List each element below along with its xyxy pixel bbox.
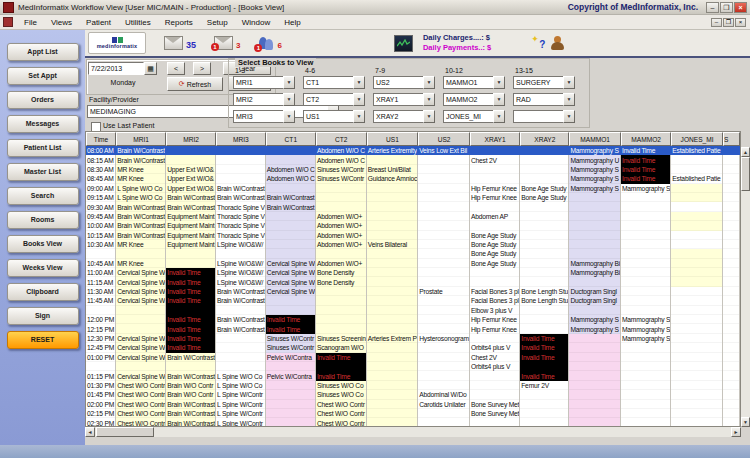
grid-cell[interactable] xyxy=(418,249,470,258)
grid-cell[interactable]: Brain W/Contrast xyxy=(166,193,216,202)
grid-cell[interactable] xyxy=(367,231,418,240)
grid-cell[interactable]: Brain W/O Contr xyxy=(166,381,216,390)
grid-cell[interactable]: Cervical Spine W xyxy=(116,343,166,352)
grid-cell[interactable] xyxy=(266,390,316,399)
grid-cell[interactable]: Brain W/Contrast xyxy=(116,212,166,221)
menu-setup[interactable]: Setup xyxy=(200,18,235,27)
daily-chart-icon[interactable] xyxy=(394,35,413,52)
col-header-xr1[interactable]: XRAY1 xyxy=(470,132,520,146)
grid-cell[interactable]: Bone Length Stu xyxy=(520,296,569,305)
grid-cell[interactable] xyxy=(671,240,723,249)
time-cell[interactable]: 02:00 PM xyxy=(86,400,116,409)
grid-cell[interactable]: Cervical Spine W xyxy=(116,277,166,286)
grid-cell[interactable] xyxy=(216,165,266,174)
col-header-time[interactable]: Time xyxy=(86,132,116,146)
grid-cell[interactable] xyxy=(367,249,418,258)
grid-cell[interactable] xyxy=(621,202,671,211)
grid-cell[interactable]: Mammography S xyxy=(569,146,621,155)
col-header-ma1[interactable]: MAMMO1 xyxy=(569,132,621,146)
time-cell[interactable]: 01:15 PM xyxy=(86,371,116,380)
grid-cell[interactable]: MR Knee xyxy=(116,165,166,174)
grid-cell[interactable] xyxy=(166,306,216,315)
grid-cell[interactable] xyxy=(621,343,671,352)
grid-cell[interactable]: LSpine W/O&W/ xyxy=(216,259,266,268)
grid-cell[interactable]: Chest W/O Contr xyxy=(116,409,166,418)
grid-cell[interactable] xyxy=(621,259,671,268)
grid-cell[interactable]: Bone Age Study xyxy=(470,259,520,268)
grid-cell[interactable] xyxy=(671,165,723,174)
grid-cell[interactable]: Chest W/O Contr xyxy=(316,400,367,409)
grid-cell[interactable]: Invalid Time xyxy=(166,287,216,296)
grid-cell[interactable] xyxy=(266,221,316,230)
sidebar-button-master-list[interactable]: Master List xyxy=(7,163,79,181)
grid-cell[interactable] xyxy=(723,381,740,390)
grid-cell[interactable] xyxy=(520,155,569,164)
grid-cell[interactable]: Brain W/Contrast xyxy=(216,324,266,333)
grid-cell[interactable] xyxy=(367,324,418,333)
grid-cell[interactable] xyxy=(216,362,266,371)
grid-cell[interactable] xyxy=(418,324,470,333)
grid-cell[interactable] xyxy=(621,221,671,230)
grid-cell[interactable]: Brain W/Contrast xyxy=(216,287,266,296)
sidebar-button-appt-list[interactable]: Appt List xyxy=(7,43,79,61)
grid-cell[interactable]: Invalid Time xyxy=(166,315,216,324)
grid-cell[interactable]: Abdomen W/O+ xyxy=(316,212,367,221)
grid-cell[interactable] xyxy=(671,249,723,258)
grid-cell[interactable]: Bone Age Study xyxy=(470,240,520,249)
grid-cell[interactable]: Facial Bones 3 pl xyxy=(470,296,520,305)
time-cell[interactable]: 12:45 PM xyxy=(86,343,116,352)
grid-cell[interactable] xyxy=(316,324,367,333)
vscroll-thumb[interactable] xyxy=(741,157,750,191)
col-header-us1[interactable]: US1 xyxy=(367,132,418,146)
grid-cell[interactable]: Chest W/O Contr xyxy=(116,418,166,427)
grid-cell[interactable] xyxy=(723,371,740,380)
grid-cell[interactable] xyxy=(367,362,418,371)
time-cell[interactable]: 02:30 PM xyxy=(86,418,116,427)
grid-cell[interactable] xyxy=(367,221,418,230)
grid-cell[interactable] xyxy=(367,409,418,418)
grid-cell[interactable] xyxy=(418,259,470,268)
grid-cell[interactable] xyxy=(166,146,216,155)
col-header-jon[interactable]: JONES_MI xyxy=(671,132,723,146)
grid-cell[interactable]: Sinuses W/Contr xyxy=(266,343,316,352)
grid-cell[interactable] xyxy=(723,184,740,193)
grid-cell[interactable]: Upper Ext W/O& xyxy=(166,184,216,193)
book-select-4-6-3[interactable]: US1▼ xyxy=(303,110,365,123)
sidebar-button-rooms[interactable]: Rooms xyxy=(7,211,79,229)
grid-cell[interactable] xyxy=(367,315,418,324)
prev-day-button[interactable]: < xyxy=(167,62,185,75)
time-cell[interactable]: 09:30 AM xyxy=(86,202,116,211)
grid-cell[interactable]: Mammography Bi xyxy=(569,268,621,277)
time-cell[interactable]: 09:15 AM xyxy=(86,193,116,202)
grid-cell[interactable]: Cervical Spine W xyxy=(116,287,166,296)
grid-cell[interactable] xyxy=(520,315,569,324)
grid-cell[interactable] xyxy=(367,306,418,315)
grid-cell[interactable]: Brain W/Contrast xyxy=(116,202,166,211)
grid-cell[interactable] xyxy=(266,418,316,427)
grid-cell[interactable] xyxy=(470,165,520,174)
child-minimize-button[interactable]: – xyxy=(711,18,722,27)
grid-cell[interactable] xyxy=(621,306,671,315)
grid-cell[interactable] xyxy=(671,287,723,296)
menu-help[interactable]: Help xyxy=(277,18,307,27)
grid-cell[interactable] xyxy=(569,353,621,362)
grid-cell[interactable] xyxy=(418,409,470,418)
grid-cell[interactable] xyxy=(216,155,266,164)
grid-cell[interactable] xyxy=(723,146,740,155)
grid-cell[interactable]: Arteries Extremity xyxy=(367,146,418,155)
grid-cell[interactable]: Hip Femur Knee xyxy=(470,184,520,193)
grid-cell[interactable] xyxy=(418,240,470,249)
grid-cell[interactable] xyxy=(723,418,740,427)
grid-cell[interactable] xyxy=(418,381,470,390)
col-header-ct1[interactable]: CT1 xyxy=(266,132,316,146)
time-cell[interactable]: 12:30 PM xyxy=(86,334,116,343)
grid-cell[interactable] xyxy=(266,231,316,240)
book-select-1-3-2[interactable]: MRI2▼ xyxy=(233,93,295,106)
sidebar-button-clipboard[interactable]: Clipboard xyxy=(7,283,79,301)
grid-cell[interactable]: Mammography S xyxy=(621,315,671,324)
book-select-7-9-2[interactable]: XRAY1▼ xyxy=(373,93,435,106)
grid-cell[interactable] xyxy=(520,146,569,155)
grid-cell[interactable] xyxy=(621,193,671,202)
menu-window[interactable]: Window xyxy=(235,18,277,27)
grid-cell[interactable]: Chest 2V xyxy=(470,155,520,164)
